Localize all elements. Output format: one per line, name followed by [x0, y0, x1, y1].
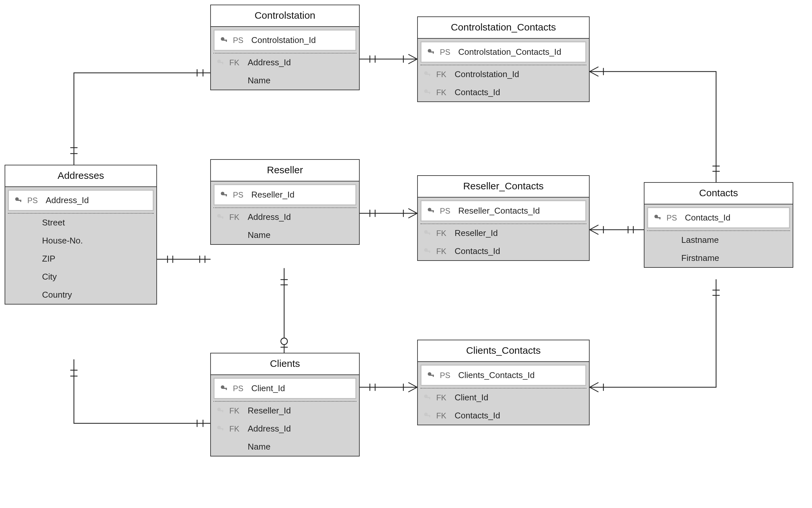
key-icon [219, 190, 229, 199]
key-icon [422, 70, 432, 79]
entity-title: Reseller [211, 160, 359, 181]
primary-key-row: PS Reseller_Id [214, 184, 356, 205]
svg-rect-3 [20, 200, 21, 202]
primary-key-row: PS Controlstation_Id [214, 30, 356, 51]
attr-row: FKReseller_Id [418, 224, 589, 242]
svg-rect-24 [222, 216, 223, 219]
key-tag: PS [233, 190, 247, 200]
attr-row: Name [211, 226, 359, 244]
attr-row: Country [5, 286, 156, 304]
entity-title: Controlstation_Contacts [418, 17, 589, 39]
attr-row: FKContacts_Id [418, 407, 589, 425]
key-icon [216, 58, 225, 67]
attr-row: Street [5, 214, 156, 232]
attr-name: Reseller_Id [251, 190, 352, 200]
svg-rect-21 [226, 194, 227, 196]
attr-row: FKAddress_Id [211, 420, 359, 438]
svg-rect-33 [429, 250, 430, 253]
svg-rect-36 [659, 217, 660, 219]
svg-rect-27 [433, 210, 434, 212]
entity-clients-contacts: Clients_Contacts PS Clients_Contacts_Id … [417, 340, 590, 425]
entity-title: Controlstation [211, 5, 359, 27]
key-tag: PS [27, 196, 42, 205]
attr-row: Name [211, 72, 359, 90]
key-icon [216, 425, 225, 433]
attr-row: Firstname [645, 249, 792, 267]
key-icon [219, 384, 229, 393]
key-tag: PS [440, 48, 454, 57]
attr-name: Contacts_Id [685, 213, 786, 223]
primary-key-row: PS Contacts_Id [647, 207, 790, 228]
attr-row: Name [211, 438, 359, 456]
key-icon [219, 36, 229, 45]
attr-row: FKReseller_Id [211, 402, 359, 420]
primary-key-row: PS Reseller_Contacts_Id [420, 200, 586, 221]
svg-rect-39 [226, 388, 227, 390]
attr-row: FKAddress_Id [211, 208, 359, 226]
attr-row: FKAddress_Id [211, 53, 359, 72]
attr-row: FKContacts_Id [418, 83, 589, 101]
key-icon [653, 214, 662, 222]
key-icon [422, 247, 432, 256]
entity-title: Clients [211, 353, 359, 375]
attr-row: ZIP [5, 250, 156, 268]
svg-rect-42 [222, 410, 223, 412]
key-icon [422, 412, 432, 420]
key-icon [422, 229, 432, 238]
attr-row: City [5, 268, 156, 286]
key-icon [216, 407, 225, 415]
key-tag: PS [666, 213, 681, 222]
svg-rect-51 [429, 397, 430, 399]
key-tag: PS [233, 36, 247, 45]
svg-rect-18 [429, 92, 430, 94]
primary-key-row: PS Address_Id [8, 190, 154, 211]
attr-name: Clients_Contacts_Id [458, 370, 582, 380]
key-icon [216, 213, 225, 221]
entity-reseller-contacts: Reseller_Contacts PS Reseller_Contacts_I… [417, 175, 590, 261]
key-icon [426, 207, 436, 215]
key-tag: PS [440, 371, 454, 380]
entity-title: Clients_Contacts [418, 340, 589, 362]
primary-key-row: PS Controlstation_Contacts_Id [420, 41, 586, 63]
key-icon [422, 393, 432, 402]
attr-name: Controlstation_Contacts_Id [458, 47, 582, 57]
svg-rect-45 [222, 428, 223, 430]
attr-name: Reseller_Contacts_Id [458, 206, 582, 216]
attr-name: Client_Id [251, 383, 352, 393]
svg-rect-30 [429, 232, 430, 235]
svg-rect-48 [433, 374, 434, 377]
attr-name: Controlstation_Id [251, 35, 352, 45]
key-icon [13, 196, 23, 205]
entity-title: Contacts [645, 183, 792, 205]
entity-clients: Clients PS Client_Id FKReseller_Id FKAdd… [210, 353, 360, 457]
primary-key-row: PS Client_Id [214, 378, 356, 399]
svg-rect-12 [433, 51, 434, 53]
svg-rect-15 [429, 74, 430, 76]
attr-row: Lastname [645, 231, 792, 249]
svg-rect-54 [429, 415, 430, 417]
key-tag: PS [233, 384, 247, 393]
primary-key-row: PS Clients_Contacts_Id [420, 365, 586, 386]
svg-rect-9 [222, 62, 223, 64]
entity-controlstation: Controlstation PS Controlstation_Id FKAd… [210, 5, 360, 90]
attr-row: House-No. [5, 232, 156, 250]
entity-addresses: Addresses PS Address_Id Street House-No.… [5, 165, 157, 304]
entity-title: Reseller_Contacts [418, 176, 589, 198]
entity-contacts: Contacts PS Contacts_Id Lastname Firstna… [644, 182, 793, 268]
key-icon [422, 88, 432, 97]
entity-reseller: Reseller PS Reseller_Id FKAddress_Id Nam… [210, 159, 360, 245]
attr-row: FKContacts_Id [418, 242, 589, 260]
svg-rect-6 [226, 39, 227, 42]
svg-point-0 [281, 338, 287, 345]
entity-controlstation-contacts: Controlstation_Contacts PS Controlstatio… [417, 16, 590, 102]
key-icon [426, 371, 436, 380]
key-tag: PS [440, 206, 454, 216]
attr-name: Address_Id [46, 195, 150, 205]
key-icon [426, 48, 436, 56]
attr-row: FKClient_Id [418, 388, 589, 407]
attr-row: FKControlstation_Id [418, 65, 589, 83]
entity-title: Addresses [5, 165, 156, 187]
